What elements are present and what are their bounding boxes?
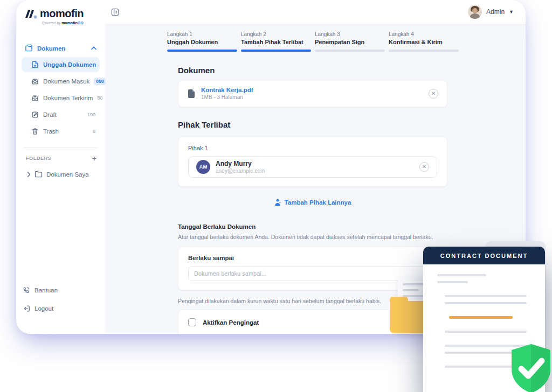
sidebar-item-label: Dokumen Terkirim bbox=[43, 95, 93, 101]
sidebar-group-label: Dokumen bbox=[37, 45, 65, 52]
help-label: Bantuan bbox=[34, 287, 58, 293]
folder-icon bbox=[34, 171, 43, 178]
sidebar-nav: Dokumen Unggah Dokumen bbox=[16, 25, 105, 178]
file-meta: 1MB - 3 Halaman bbox=[201, 94, 253, 100]
brand-logo: momofin Powered by momofinGO bbox=[16, 0, 105, 25]
reminder-checkbox[interactable] bbox=[188, 318, 196, 326]
party-label: Pihak 1 bbox=[188, 145, 437, 151]
step-progress-bar bbox=[315, 50, 385, 52]
inbox-out-icon bbox=[31, 94, 39, 102]
step-indicator: Langkah 1 Unggah Dokumen Langkah 2 Tamba… bbox=[167, 31, 459, 52]
sidebar-divider bbox=[24, 148, 98, 148]
trash-count: 8 bbox=[93, 129, 95, 134]
add-party-label: Tambah Pihak Lainnya bbox=[285, 199, 351, 206]
person-plus-icon bbox=[274, 199, 281, 206]
folders-header: FOLDERS + bbox=[26, 155, 96, 162]
edit-pencil-icon bbox=[31, 111, 39, 118]
logout-label: Logout bbox=[34, 305, 58, 312]
parties-section-heading: Pihak Terlibat bbox=[178, 120, 447, 129]
sidebar-item-label: Dokumen Masuk bbox=[43, 78, 89, 85]
sidebar-footer: Bantuan Logout bbox=[23, 286, 58, 312]
logout-icon bbox=[23, 305, 30, 312]
sidebar-item-label: Draft bbox=[43, 111, 83, 118]
step-3[interactable]: Langkah 3 Penempatan Sign bbox=[315, 31, 385, 52]
user-name: Admin bbox=[486, 8, 505, 16]
step-number: Langkah 4 bbox=[389, 31, 459, 37]
logout-button[interactable]: Logout bbox=[23, 305, 58, 312]
file-name[interactable]: Kontrak Kerja.pdf bbox=[201, 87, 253, 93]
step-progress-bar bbox=[389, 50, 459, 52]
uploaded-file-card: Kontrak Kerja.pdf 1MB - 3 Halaman ✕ bbox=[178, 80, 447, 107]
brand-name: momofin bbox=[40, 8, 84, 20]
screenshot-stage: momofin Powered by momofinGO Dokumen bbox=[0, 0, 552, 392]
sidebar-item-draft[interactable]: Draft 100 bbox=[22, 107, 100, 122]
add-folder-button[interactable]: + bbox=[92, 155, 96, 162]
remove-party-button[interactable]: ✕ bbox=[419, 162, 429, 172]
valid-until-label: Berlaku sampai bbox=[188, 255, 437, 261]
topbar: Admin ▼ bbox=[105, 0, 526, 24]
sidebar: momofin Powered by momofinGO Dokumen bbox=[16, 0, 105, 334]
step-title: Konfirmasi & Kirim bbox=[389, 39, 459, 45]
sidebar-item-dokumen-terkirim[interactable]: Dokumen Terkirim 80 bbox=[22, 90, 100, 106]
sidebar-item-label: Unggah Dokumen bbox=[43, 61, 96, 68]
sidebar-item-dokumen-masuk[interactable]: Dokumen Masuk 008 bbox=[22, 74, 100, 89]
user-menu[interactable]: Admin ▼ bbox=[468, 5, 514, 19]
step-number: Langkah 1 bbox=[167, 31, 237, 37]
sidebar-folder-dokumen-saya[interactable]: Dokumen Saya bbox=[27, 171, 100, 178]
step-progress-bar bbox=[241, 50, 311, 52]
help-button[interactable]: Bantuan bbox=[23, 286, 58, 294]
step-title: Penempatan Sign bbox=[315, 39, 385, 45]
draft-count: 100 bbox=[87, 112, 95, 117]
trash-icon bbox=[31, 128, 39, 135]
remove-file-button[interactable]: ✕ bbox=[429, 89, 438, 99]
sidebar-item-label: Trash bbox=[43, 128, 88, 135]
step-number: Langkah 3 bbox=[315, 31, 385, 37]
sidebar-item-trash[interactable]: Trash 8 bbox=[22, 124, 100, 139]
momofin-logo-icon bbox=[24, 9, 38, 20]
party-name: Andy Murry bbox=[216, 160, 265, 167]
reminder-checkbox-label: Aktifkan Pengingat bbox=[203, 319, 259, 326]
sent-count: 80 bbox=[97, 95, 102, 101]
folder-item-label: Dokumen Saya bbox=[46, 171, 89, 178]
sidebar-collapse-button[interactable] bbox=[111, 8, 120, 17]
document-section-heading: Dokumen bbox=[178, 66, 447, 75]
file-icon bbox=[187, 89, 196, 99]
chevron-right-icon bbox=[27, 172, 31, 177]
validity-description: Atur tanggal berlaku dokumen Anda. Dokum… bbox=[178, 234, 447, 240]
party-email: andy@example.com bbox=[216, 168, 265, 174]
validity-heading: Tanggal Berlaku Dokumen bbox=[178, 223, 447, 230]
powered-by-line: Powered by momofinGO bbox=[42, 21, 105, 25]
sidebar-item-unggah-dokumen[interactable]: Unggah Dokumen bbox=[22, 57, 100, 72]
user-avatar bbox=[468, 5, 482, 19]
party-row: AM Andy Murry andy@example.com ✕ bbox=[188, 156, 437, 178]
chevron-down-icon: ▼ bbox=[509, 9, 514, 15]
step-title: Unggah Dokumen bbox=[167, 39, 237, 45]
step-4[interactable]: Langkah 4 Konfirmasi & Kirim bbox=[389, 31, 459, 52]
add-party-button[interactable]: Tambah Pihak Lainnya bbox=[178, 199, 447, 206]
inbox-in-icon bbox=[31, 78, 39, 85]
chevron-up-icon bbox=[91, 46, 96, 50]
step-number: Langkah 2 bbox=[241, 31, 311, 37]
upload-document-icon bbox=[31, 61, 39, 68]
sidebar-group-dokumen[interactable]: Dokumen bbox=[22, 41, 100, 55]
phone-icon bbox=[23, 286, 30, 294]
step-title: Tambah Pihak Terlibat bbox=[241, 39, 311, 45]
documents-icon bbox=[25, 44, 33, 52]
step-2[interactable]: Langkah 2 Tambah Pihak Terlibat bbox=[241, 31, 311, 52]
party-card: Pihak 1 AM Andy Murry andy@example.com ✕ bbox=[178, 137, 447, 187]
folders-label: FOLDERS bbox=[26, 156, 92, 161]
verified-shield-icon bbox=[509, 343, 552, 392]
contract-card-title: CONTRACT DOCUMENT bbox=[423, 247, 545, 264]
panel-collapse-icon bbox=[111, 8, 120, 17]
party-avatar: AM bbox=[196, 160, 210, 174]
step-progress-bar bbox=[167, 50, 237, 52]
step-1[interactable]: Langkah 1 Unggah Dokumen bbox=[167, 31, 237, 52]
inbox-count-badge: 008 bbox=[94, 78, 106, 85]
